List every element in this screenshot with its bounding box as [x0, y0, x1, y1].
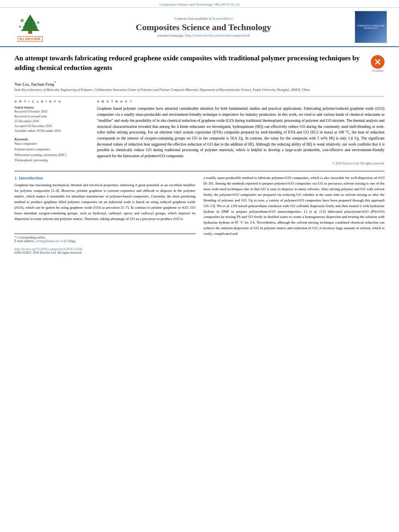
journal-homepage: journal homepage: http://www.elsevier.co… [52, 33, 355, 37]
section-1-heading: 1. Introduction [14, 175, 195, 180]
corresponding-author: * Corresponding author. [14, 236, 195, 239]
title-row: An attempt towards fabricating reduced g… [14, 53, 385, 77]
crossmark-label: CrossMark [372, 70, 383, 72]
abstract-label: A B S T R A C T [97, 100, 385, 103]
svg-point-4 [21, 19, 24, 22]
journal-header-center: Contents lists available at ScienceDirec… [52, 16, 355, 37]
footnote-area: * Corresponding author. E-mail address: … [14, 234, 195, 255]
article-title: An attempt towards fabricating reduced g… [14, 53, 364, 73]
doi-anchor[interactable]: http://dx.doi.org/10.1016/j.compscitech.… [14, 247, 82, 251]
intro-text-left: Graphene has fascinating mechanical, the… [14, 183, 195, 222]
elsevier-label: ELSEVIER [18, 36, 43, 42]
intro-paragraph-left: Graphene has fascinating mechanical, the… [14, 183, 195, 222]
email-footnote: E-mail address: jcfeng@fudan.edu.cn (J. … [14, 239, 195, 243]
journal-top-bar: Composites Science and Technology 140 (2… [0, 0, 399, 8]
article-history-label: Article history: [14, 106, 89, 109]
keyword-1: Nano composites [14, 141, 89, 147]
received-date: Received 9 October 2016 [14, 109, 89, 114]
section-divider [14, 171, 385, 171]
svg-point-6 [19, 25, 21, 28]
journal-cover-image: COMPOSITES SCIENCE AND TECHNOLOGY [355, 11, 387, 43]
doi-link: http://dx.doi.org/10.1016/j.compscitech.… [14, 247, 195, 251]
keywords-list: Nano composites Polymer-matrix composite… [14, 141, 89, 163]
accepted-date: Accepted 28 December 2016 [14, 124, 89, 129]
article-info-abstract: A R T I C L E I N F O Article history: R… [14, 100, 385, 165]
issn-text: 0266-3538/© 2016 Elsevier Ltd. All right… [14, 251, 195, 255]
article-content: An attempt towards fabricating reduced g… [0, 47, 399, 263]
sciencedirect-link: Contents lists available at ScienceDirec… [52, 16, 355, 21]
article-info-col: A R T I C L E I N F O Article history: R… [14, 100, 89, 165]
elsevier-tree-icon [16, 12, 44, 35]
introduction-section: 1. Introduction Graphene has fascinating… [14, 175, 385, 255]
divider-1 [14, 96, 385, 97]
intro-left-col: 1. Introduction Graphene has fascinating… [14, 175, 195, 255]
abstract-col: A B S T R A C T Graphene based polymer c… [97, 100, 385, 165]
keyword-2: Polymer-matrix composites [14, 147, 89, 152]
journal-header: ELSEVIER Contents lists available at Sci… [0, 8, 399, 47]
abstract-text: Graphene based polymer composites have a… [97, 106, 385, 159]
sciencedirect-anchor[interactable]: ScienceDirect [212, 16, 232, 21]
page: Composites Science and Technology 140 (2… [0, 0, 399, 532]
crossmark-icon [373, 58, 382, 66]
publisher-logo-area: ELSEVIER [8, 12, 52, 42]
journal-title: Composites Science and Technology [52, 22, 355, 33]
received-revised-label: Received in revised form [14, 114, 89, 119]
article-affiliation: State Key Laboratory of Molecular Engine… [14, 88, 385, 92]
keywords-label: Keywords: [14, 138, 89, 141]
keyword-3: Differential scanning calorimetry (DSC) [14, 152, 89, 158]
intro-right-col: a readily mass-producible method to fabr… [204, 175, 385, 255]
keyword-4: Thermoplastic processing [14, 158, 89, 163]
received-revised-date: 23 December 2016 [14, 119, 89, 124]
journal-cover: COMPOSITES SCIENCE AND TECHNOLOGY [355, 11, 391, 43]
email-link[interactable]: jcfeng@fudan.edu.cn [35, 239, 63, 243]
svg-marker-3 [21, 21, 39, 31]
svg-rect-0 [28, 31, 32, 34]
svg-point-5 [37, 21, 39, 24]
homepage-url[interactable]: http://www.elsevier.com/locate/compscite… [185, 33, 249, 37]
copyright: © 2016 Elsevier Ltd. All rights reserved… [97, 162, 385, 165]
intro-text-right: a readily mass-producible method to fabr… [204, 175, 385, 237]
article-info-label: A R T I C L E I N F O [14, 100, 89, 103]
article-authors: Yue Liu, Jiachun Feng* [14, 81, 385, 86]
journal-citation: Composites Science and Technology 140 (2… [159, 2, 239, 6]
available-date: Available online 29 December 2016 [14, 129, 89, 134]
crossmark-badge[interactable]: CrossMark [371, 55, 385, 72]
